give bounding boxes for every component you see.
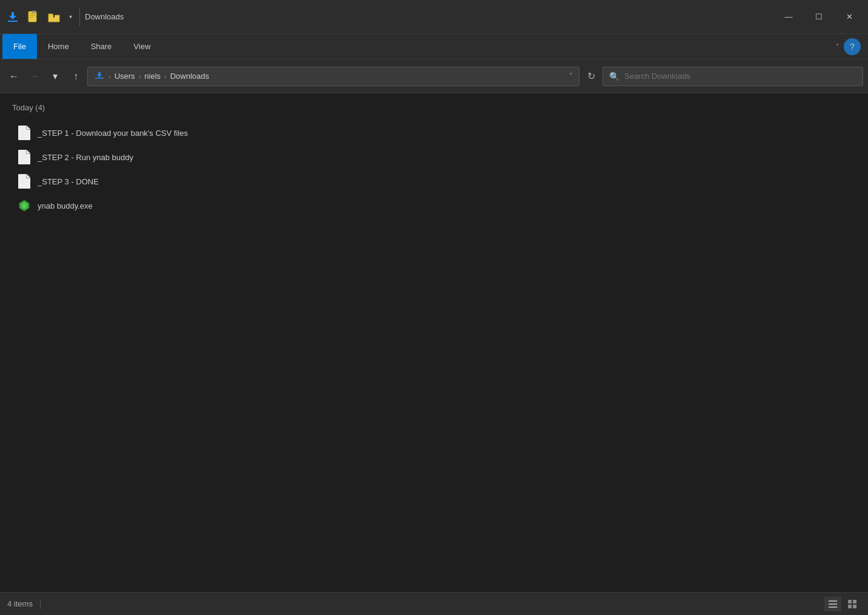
ribbon-menu: File Home Share View ˅ ? <box>0 34 868 59</box>
path-dl-icon <box>94 70 105 83</box>
window-controls: — ☐ ✕ <box>775 7 863 27</box>
ribbon-right-controls: ˅ ? <box>833 34 866 59</box>
ribbon-spacer <box>161 34 833 59</box>
doc-file-icon-3 <box>17 173 32 190</box>
up-button[interactable]: ↑ <box>67 67 85 86</box>
svg-rect-0 <box>8 21 18 22</box>
title-separator <box>79 8 80 26</box>
svg-rect-9 <box>95 78 104 79</box>
file-name-4: ynab buddy.exe <box>38 201 93 210</box>
item-count: 4 items <box>7 599 33 608</box>
search-box[interactable]: 🔍 <box>603 67 863 86</box>
status-divider <box>40 599 41 609</box>
tab-file[interactable]: File <box>2 34 37 59</box>
list-item[interactable]: _STEP 2 - Run ynab buddy <box>12 145 856 169</box>
forward-button[interactable]: → <box>25 67 44 86</box>
main-content: Today (4) _STEP 1 - Download your bank's… <box>0 93 868 592</box>
file-name-1: _STEP 1 - Download your bank's CSV files <box>38 129 188 138</box>
list-item[interactable]: _STEP 1 - Download your bank's CSV files <box>12 121 856 145</box>
path-dropdown-chevron[interactable]: ˅ <box>569 72 573 80</box>
notepad-icon[interactable] <box>25 9 41 25</box>
status-bar: 4 items <box>0 592 868 615</box>
svg-rect-6 <box>35 10 36 13</box>
file-name-2: _STEP 2 - Run ynab buddy <box>38 153 133 162</box>
doc-file-icon-1 <box>17 124 32 141</box>
close-button[interactable]: ✕ <box>835 7 863 27</box>
maximize-button[interactable]: ☐ <box>805 7 833 27</box>
svg-rect-5 <box>32 10 33 13</box>
search-icon: 🔍 <box>609 72 619 81</box>
address-bar: ← → ▾ ↑ › Users › niels › Downloads ˅ ↻ … <box>0 59 868 93</box>
window-title: Downloads <box>85 12 775 21</box>
svg-rect-16 <box>848 600 852 603</box>
file-name-3: _STEP 3 - DONE <box>38 177 99 186</box>
svg-rect-15 <box>829 607 837 608</box>
svg-rect-17 <box>853 600 856 603</box>
path-separator-2: › <box>139 73 141 80</box>
ribbon-collapse-chevron[interactable]: ˅ <box>833 41 841 52</box>
dropdown-history-button[interactable]: ▾ <box>46 67 64 86</box>
tab-home[interactable]: Home <box>37 34 80 59</box>
svg-rect-18 <box>848 605 852 608</box>
search-input[interactable] <box>624 72 856 81</box>
svg-rect-14 <box>829 603 837 605</box>
pin-folder-icon[interactable] <box>46 9 62 25</box>
title-bar: ▾ Downloads — ☐ ✕ <box>0 0 868 34</box>
address-path[interactable]: › Users › niels › Downloads ˅ <box>87 67 579 86</box>
large-icons-view-button[interactable] <box>844 597 861 611</box>
exe-file-icon <box>17 197 32 214</box>
svg-rect-4 <box>30 17 33 18</box>
tab-share[interactable]: Share <box>80 34 123 59</box>
help-button[interactable]: ? <box>844 38 861 55</box>
svg-rect-3 <box>30 15 35 16</box>
svg-rect-2 <box>30 13 35 15</box>
doc-file-icon-2 <box>17 149 32 166</box>
svg-rect-19 <box>853 605 856 608</box>
minimize-button[interactable]: — <box>775 7 803 27</box>
path-separator-3: › <box>164 73 167 80</box>
back-button[interactable]: ← <box>5 67 23 86</box>
file-list: _STEP 1 - Download your bank's CSV files… <box>12 121 856 218</box>
list-item[interactable]: ynab buddy.exe <box>12 193 856 218</box>
svg-rect-13 <box>829 600 837 602</box>
path-users[interactable]: Users <box>115 72 135 81</box>
group-header: Today (4) <box>12 103 856 115</box>
view-buttons <box>824 597 861 611</box>
path-downloads[interactable]: Downloads <box>170 72 209 81</box>
details-view-button[interactable] <box>824 597 841 611</box>
title-bar-quick-access: ▾ <box>5 9 75 25</box>
tab-view[interactable]: View <box>122 34 161 59</box>
path-separator-1: › <box>109 73 111 80</box>
refresh-button[interactable]: ↻ <box>582 67 600 86</box>
download-arrow-icon[interactable] <box>5 9 21 25</box>
quick-access-chevron[interactable]: ▾ <box>67 11 75 22</box>
list-item[interactable]: _STEP 3 - DONE <box>12 169 856 193</box>
path-niels[interactable]: niels <box>144 72 161 81</box>
